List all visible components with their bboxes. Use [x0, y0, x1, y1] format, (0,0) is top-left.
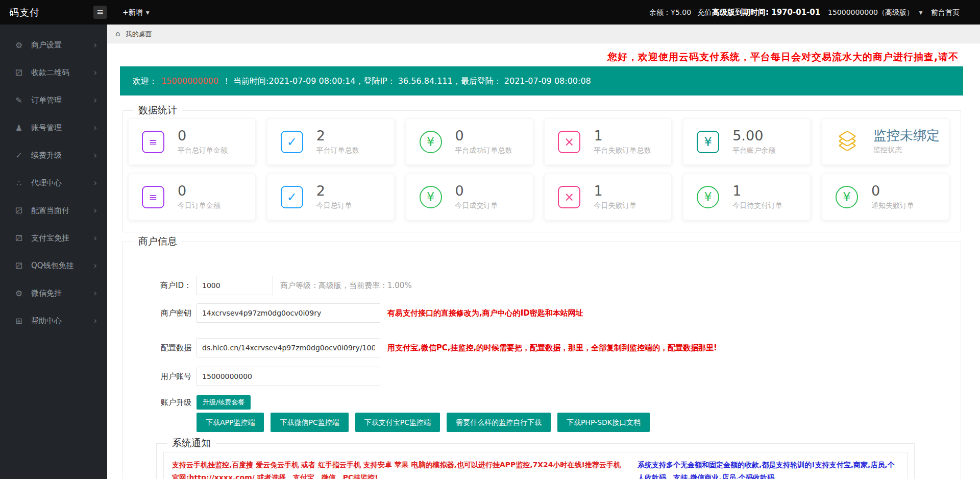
- stat-card: ¥1今日待支付订单: [683, 174, 811, 220]
- user-account-input[interactable]: [197, 367, 380, 386]
- download-button-4[interactable]: 需要什么样的监控自行下载: [447, 413, 551, 432]
- stat-card: ×1今日失败订单: [544, 174, 672, 220]
- merchant-key-note: 有易支付接口的直接修改为,商户中心的ID密匙和本站网址: [387, 308, 583, 318]
- sidebar-item-label: 账号管理: [31, 123, 62, 133]
- top-bar: 码支付 ≡ +新增▼ 余额：¥5.00 充值 高级版到期时间: 1970-01-…: [0, 0, 980, 25]
- menu-toggle-button[interactable]: ≡: [93, 6, 107, 19]
- merchant-id-row: 商户ID：商户等级：高级版，当前费率：1.00%: [122, 275, 412, 295]
- sidebar-item-label: 帮助中心: [31, 316, 62, 326]
- yen-square-icon: ¥: [697, 131, 719, 153]
- sidebar-item-alipay-free-hang[interactable]: ⚂支付宝免挂›: [0, 224, 107, 252]
- cube-icon: ⚂: [13, 206, 24, 215]
- sidebar-item-wechat-free-hang[interactable]: ⚙微信免挂›: [0, 279, 107, 307]
- stat-card: ✓2今日总订单: [267, 174, 395, 220]
- document-icon: ≡: [142, 186, 164, 208]
- stat-card-value: 0: [178, 184, 220, 198]
- stat-card-label: 平台失败订单总数: [594, 146, 651, 155]
- download-buttons-row: 下载APP监控端下载微信PC监控端下载支付宝PC监控端需要什么样的监控自行下载下…: [197, 413, 650, 432]
- announcement-marquee: 您好，欢迎使用云码支付系统，平台每日会对交易流水大的商户进行抽查,请不: [607, 51, 980, 64]
- chevron-right-icon: ›: [93, 150, 97, 160]
- download-button-5[interactable]: 下载PHP-SDK接口文档: [557, 413, 650, 432]
- x-square-icon: ×: [558, 186, 580, 208]
- stat-card-value: 0: [455, 129, 512, 142]
- stats-legend: 数据统计: [133, 104, 182, 117]
- sidebar-item-qrcode-collect[interactable]: ⚂收款二维码›: [0, 59, 107, 86]
- sidebar-item-label: 续费升级: [31, 151, 62, 160]
- notice-text-left: 支持云手机挂监控,百度搜 爱云兔云手机 或者 红手指云手机 支持安卓 苹果 电脑…: [172, 459, 621, 479]
- stat-card-label: 今日总订单: [316, 201, 352, 210]
- stat-card-label: 平台订单总数: [316, 146, 359, 155]
- sidebar-item-label: 商户设置: [31, 40, 62, 50]
- chevron-right-icon: ›: [93, 316, 97, 326]
- app-logo: 码支付: [9, 0, 40, 25]
- account-menu[interactable]: 15000000000（高级版） ▼: [828, 0, 922, 25]
- stat-card: ¥5.00平台账户余额: [683, 118, 811, 165]
- stat-card: ¥0通知失败订单: [822, 174, 949, 220]
- sidebar-item-order-management[interactable]: ✎订单管理›: [0, 86, 107, 114]
- stat-card-value: 1: [594, 184, 636, 198]
- chevron-right-icon: ›: [93, 67, 97, 78]
- chevron-right-icon: ›: [93, 233, 97, 243]
- chevron-right-icon: ›: [93, 40, 97, 50]
- chevron-right-icon: ›: [93, 205, 97, 215]
- sidebar-item-agent-center[interactable]: ∴代理中心›: [0, 169, 107, 197]
- chevron-right-icon: ›: [93, 288, 97, 298]
- stat-card-label: 平台账户余额: [732, 146, 775, 155]
- download-button-1[interactable]: 下载APP监控端: [197, 413, 264, 432]
- sidebar-item-qq-wallet-free-hang[interactable]: ⚂QQ钱包免挂›: [0, 252, 107, 279]
- sidebar-item-face-pay-config[interactable]: ⚂配置当面付›: [0, 197, 107, 224]
- yen-circle-icon: ¥: [836, 186, 858, 208]
- stat-card: ✓2平台订单总数: [267, 118, 395, 165]
- welcome-bar: 欢迎：15000000000！ 当前时间:2021-07-09 08:00:14…: [120, 66, 963, 95]
- sidebar-item-help-center[interactable]: ⊞帮助中心›: [0, 307, 107, 334]
- merchant-info-legend: 商户信息: [133, 235, 182, 248]
- check-icon: ✓: [13, 151, 24, 160]
- share-icon: ∴: [13, 178, 24, 188]
- download-button-3[interactable]: 下载支付宝PC监控端: [355, 413, 440, 432]
- welcome-prefix: 欢迎：: [133, 76, 157, 86]
- stat-card: ¥0平台成功订单总数: [406, 118, 533, 165]
- sidebar-item-label: 代理中心: [31, 178, 62, 188]
- front-home-link[interactable]: 前台首页: [931, 0, 960, 25]
- config-data-input[interactable]: [197, 338, 380, 357]
- breadcrumb-label[interactable]: 我的桌面: [126, 30, 152, 38]
- stat-cards-row-1: ≡0平台总订单金额✓2平台订单总数¥0平台成功订单总数×1平台失败订单总数¥5.…: [128, 118, 949, 165]
- stat-card-value: 1: [594, 129, 651, 142]
- stat-card: ≡0平台总订单金额: [128, 118, 256, 165]
- chevron-right-icon: ›: [93, 123, 97, 133]
- user-account-label: 用户账号: [122, 367, 191, 386]
- user-icon: ♟: [13, 123, 24, 133]
- user-account-row: 用户账号: [122, 366, 380, 386]
- check-square-icon: ✓: [281, 186, 303, 208]
- welcome-detail: ！ 当前时间:2021-07-09 08:00:14，登陆IP： 36.56.8…: [223, 76, 591, 86]
- stat-card-value: 0: [455, 184, 498, 198]
- caret-down-icon: ▼: [919, 10, 922, 15]
- system-notice-legend: 系统通知: [167, 437, 216, 450]
- download-button-2[interactable]: 下载微信PC监控端: [271, 413, 348, 432]
- recharge-link[interactable]: 充值: [698, 8, 712, 16]
- balance-display: 余额：¥5.00 充值: [649, 0, 712, 25]
- edit-icon: ✎: [13, 95, 24, 105]
- stat-card-label: 今日订单金额: [178, 201, 220, 210]
- add-new-button[interactable]: +新增▼: [122, 0, 150, 25]
- layers-icon: [836, 131, 860, 153]
- merchant-id-input[interactable]: [197, 276, 273, 295]
- stat-card: ×1平台失败订单总数: [544, 118, 672, 165]
- stat-cards-row-2: ≡0今日订单金额✓2今日总订单¥0今日成交订单×1今日失败订单¥1今日待支付订单…: [128, 174, 949, 220]
- sidebar-item-renew-upgrade[interactable]: ✓续费升级›: [0, 141, 107, 169]
- cube-icon: ⚂: [13, 68, 24, 78]
- config-data-label: 配置数据: [122, 338, 191, 357]
- upgrade-renew-button[interactable]: 升级/续费套餐: [197, 395, 251, 410]
- stat-card: 监控未绑定监控状态: [822, 118, 949, 165]
- stat-card-value: 1: [732, 184, 782, 198]
- stat-card-value: 监控未绑定: [873, 129, 940, 142]
- stat-card-label: 今日待支付订单: [732, 201, 782, 210]
- sidebar-item-account-management[interactable]: ♟账号管理›: [0, 114, 107, 141]
- welcome-account: 15000000000: [161, 76, 218, 86]
- merchant-key-input[interactable]: [197, 303, 380, 323]
- sidebar-item-merchant-settings[interactable]: ⚙商户设置›: [0, 31, 107, 59]
- stat-card-value: 2: [316, 184, 352, 198]
- notice-text-right: 系统支持多个无金额和固定金额的收款,都是支持轮训的!支持支付宝,商家,店员,个人…: [638, 459, 899, 479]
- chevron-right-icon: ›: [93, 260, 97, 271]
- stat-card-label: 平台总订单金额: [178, 146, 228, 155]
